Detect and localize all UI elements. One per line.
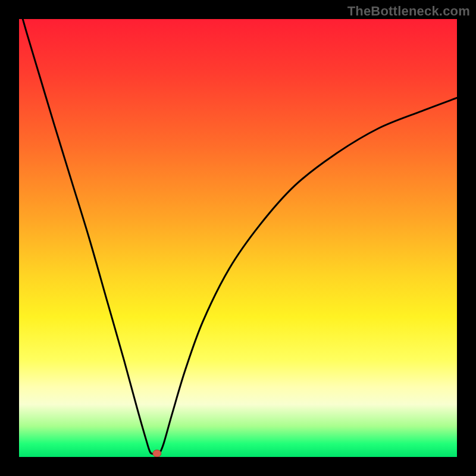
chart-frame: TheBottleneck.com	[0, 0, 476, 476]
bottleneck-curve	[19, 19, 457, 457]
curve-path	[19, 19, 457, 454]
watermark-text: TheBottleneck.com	[347, 4, 470, 19]
minimum-marker	[153, 450, 161, 457]
chart-plot-area	[19, 19, 457, 457]
